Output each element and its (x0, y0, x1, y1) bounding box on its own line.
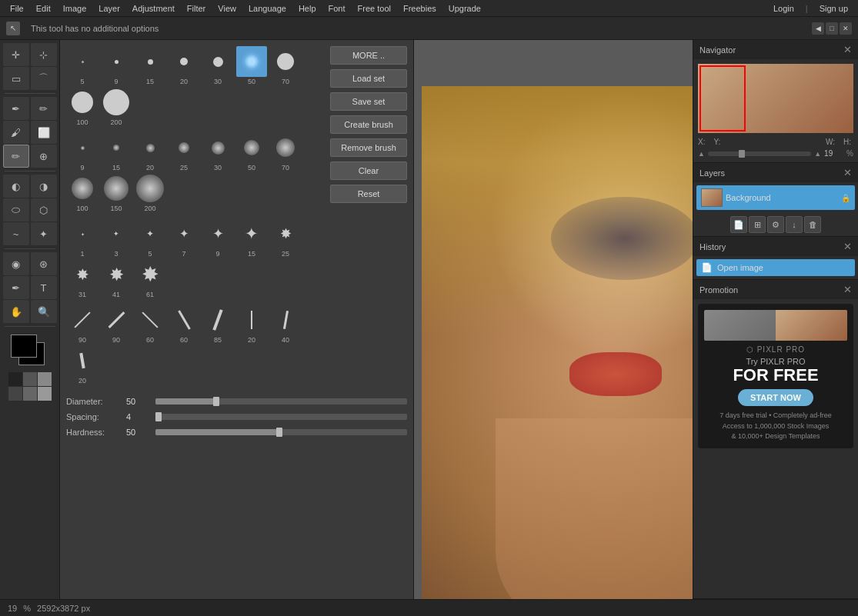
tool-hand[interactable]: ✋ (3, 300, 29, 323)
remove-brush-button[interactable]: Remove brush (330, 138, 407, 157)
menu-view[interactable]: View (212, 2, 242, 15)
layer-background[interactable]: Background 🔒 (696, 185, 855, 210)
brush-cell-50[interactable]: 70 (269, 46, 302, 85)
history-close[interactable]: ✕ (843, 241, 852, 252)
menu-adjustment[interactable]: Adjustment (127, 2, 180, 15)
brush-star-25[interactable]: ✸ 25 (269, 218, 302, 258)
navigator-preview[interactable] (698, 64, 853, 133)
panel-collapse-left[interactable]: ◀ (812, 22, 824, 35)
menu-image[interactable]: Image (58, 2, 92, 15)
brush-soft-150[interactable]: 150 (100, 173, 132, 212)
brush-soft-25[interactable]: 25 (168, 132, 200, 171)
color-preset-1[interactable] (8, 372, 22, 386)
panel-close-btn[interactable]: ✕ (840, 22, 852, 35)
color-preset-3[interactable] (38, 372, 52, 386)
save-set-button[interactable]: Save set (330, 92, 407, 111)
brush-soft-9[interactable]: 9 (66, 132, 98, 171)
brush-soft-20[interactable]: 20 (134, 132, 166, 171)
color-preset-5[interactable] (23, 387, 37, 401)
reset-button[interactable]: Reset (330, 185, 407, 203)
menu-edit[interactable]: Edit (31, 2, 56, 15)
menu-layer[interactable]: Layer (93, 2, 125, 15)
tool-blur[interactable]: ⬭ (3, 198, 29, 221)
tool-clone[interactable]: ⊕ (31, 145, 57, 168)
tool-heal[interactable]: ✦ (31, 222, 57, 245)
foreground-color-swatch[interactable] (11, 335, 37, 358)
menu-login[interactable]: Login (768, 2, 800, 15)
brush-star-1[interactable]: ✦ 1 (66, 218, 98, 258)
promo-cta-button[interactable]: START NOW (738, 389, 813, 406)
brush-cell-9[interactable]: 15 (134, 46, 166, 85)
menu-signup[interactable]: Sign up (814, 2, 853, 15)
tool-rect-select[interactable]: ▭ (3, 67, 29, 90)
brush-star-31[interactable]: ✸ 31 (66, 259, 98, 298)
brush-soft-50[interactable]: 50 (235, 132, 268, 171)
tool-move[interactable]: ✛ (3, 43, 29, 66)
menu-free-tool[interactable]: Free tool (352, 2, 396, 15)
brush-star-15[interactable]: ✦ 15 (235, 218, 268, 258)
diameter-slider[interactable] (155, 398, 407, 405)
tool-redeye[interactable]: ◉ (3, 252, 29, 275)
layer-options-btn[interactable]: ⚙ (767, 216, 784, 233)
brush-line-60a[interactable]: 60 (134, 305, 166, 344)
menu-font[interactable]: Font (323, 2, 351, 15)
new-layer-from-file-btn[interactable]: 📄 (730, 216, 747, 233)
brush-line-20b[interactable]: 20 (66, 345, 98, 385)
brush-star-5[interactable]: ✦ 5 (134, 218, 166, 258)
hardness-slider[interactable] (155, 429, 407, 435)
brush-star-7[interactable]: ✦ 7 (168, 218, 200, 258)
history-open-image[interactable]: 📄 Open image (696, 259, 855, 276)
menu-file[interactable]: File (5, 2, 29, 15)
brush-line-40[interactable]: 40 (269, 305, 302, 344)
create-brush-button[interactable]: Create brush (330, 115, 407, 134)
tool-eyedropper[interactable]: ✒ (3, 97, 29, 120)
tool-warp[interactable]: ⊛ (31, 252, 57, 275)
load-set-button[interactable]: Load set (330, 69, 407, 88)
new-layer-btn[interactable]: ⊞ (749, 216, 766, 233)
tool-smudge[interactable]: ~ (3, 222, 29, 245)
navigator-zoom-slider[interactable] (708, 152, 811, 156)
color-preset-4[interactable] (8, 387, 22, 401)
brush-soft-30[interactable]: 30 (202, 132, 234, 171)
brush-star-9[interactable]: ✦ 9 (202, 218, 234, 258)
tool-paint[interactable]: 🖌 (3, 121, 29, 144)
menu-freebies[interactable]: Freebies (398, 2, 442, 15)
brush-line-90a[interactable]: 90 (66, 305, 98, 344)
tool-eraser[interactable]: ⬜ (31, 121, 57, 144)
brush-cell-tiny[interactable]: 5 (66, 46, 98, 85)
color-preset-2[interactable] (23, 372, 37, 386)
tool-zoom[interactable]: 🔍 (31, 300, 57, 323)
brush-cell-70[interactable]: 100 (66, 87, 98, 126)
more-button[interactable]: MORE .. (330, 46, 407, 65)
brush-star-41[interactable]: ✸ 41 (100, 259, 132, 298)
color-preset-6[interactable] (38, 387, 52, 401)
delete-layer-btn[interactable]: 🗑 (804, 216, 821, 233)
tool-burn[interactable]: ◑ (31, 175, 57, 198)
panel-restore[interactable]: □ (826, 22, 838, 35)
tool-pencil[interactable]: ✏ (31, 97, 57, 120)
menu-help[interactable]: Help (293, 2, 322, 15)
tool-text[interactable]: T (31, 276, 57, 299)
brush-soft-100[interactable]: 100 (66, 173, 98, 212)
brush-cell-30-selected[interactable]: 50 (235, 46, 268, 85)
tool-arrow-icon[interactable]: ↖ (6, 22, 20, 35)
tool-sharpen[interactable]: ⬡ (31, 198, 57, 221)
brush-cell-5[interactable]: 9 (100, 46, 132, 85)
promo-close[interactable]: ✕ (843, 284, 852, 295)
brush-cell-100[interactable]: 200 (100, 87, 132, 126)
clear-button[interactable]: Clear (330, 161, 407, 180)
brush-line-85[interactable]: 85 (202, 305, 234, 344)
brush-line-60b[interactable]: 60 (168, 305, 200, 344)
tool-brush[interactable]: ✏ (3, 145, 29, 168)
canvas-area[interactable] (414, 40, 693, 599)
layers-close[interactable]: ✕ (843, 167, 852, 178)
brush-soft-15[interactable]: 15 (100, 132, 132, 171)
brush-soft-200[interactable]: 200 (134, 173, 166, 212)
brush-star-61[interactable]: ✸ 61 (134, 259, 166, 298)
menu-language[interactable]: Language (243, 2, 292, 15)
brush-cell-20[interactable]: 30 (202, 46, 234, 85)
navigator-close[interactable]: ✕ (843, 44, 852, 55)
brush-line-90b[interactable]: 90 (100, 305, 132, 344)
menu-upgrade[interactable]: Upgrade (443, 2, 486, 15)
menu-filter[interactable]: Filter (182, 2, 211, 15)
